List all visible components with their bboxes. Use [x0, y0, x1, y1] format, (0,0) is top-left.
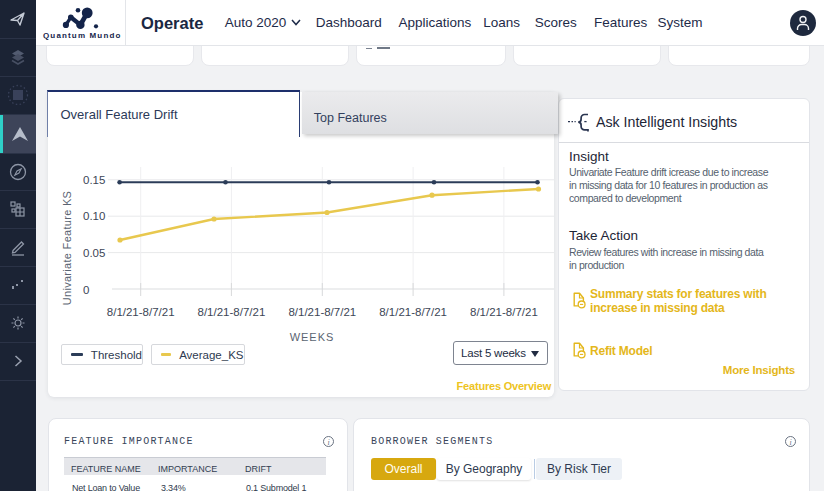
svg-text:0.15: 0.15	[83, 174, 105, 186]
svg-text:0.05: 0.05	[83, 247, 105, 259]
svg-text:0.10: 0.10	[83, 210, 105, 222]
svg-text:8/1/21-8/7/21: 8/1/21-8/7/21	[470, 306, 538, 318]
svg-text:8/1/21-8/7/21: 8/1/21-8/7/21	[107, 306, 175, 318]
svg-text:8/1/21-8/7/21: 8/1/21-8/7/21	[198, 306, 266, 318]
svg-text:Univariate Feature KS: Univariate Feature KS	[61, 191, 73, 306]
svg-text:8/1/21-8/7/21: 8/1/21-8/7/21	[379, 306, 447, 318]
svg-text:WEEKS: WEEKS	[290, 331, 335, 343]
svg-text:0: 0	[83, 284, 89, 296]
svg-text:8/1/21-8/7/21: 8/1/21-8/7/21	[288, 306, 356, 318]
